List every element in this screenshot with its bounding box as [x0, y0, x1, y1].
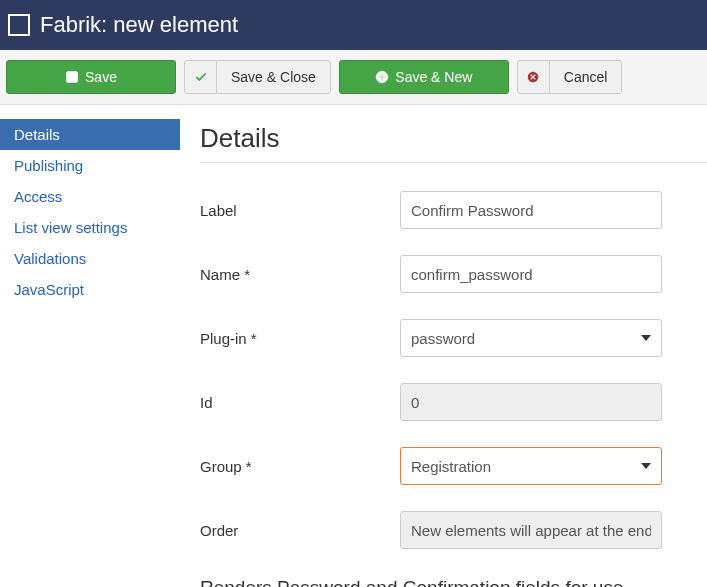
sidebar-item-access[interactable]: Access — [0, 181, 180, 212]
save-new-label: Save & New — [395, 69, 472, 85]
cancel-button[interactable]: Cancel — [517, 60, 623, 94]
row-order: Order — [200, 511, 707, 549]
cancel-label: Cancel — [549, 60, 623, 94]
sidebar-item-list-view-settings[interactable]: List view settings — [0, 212, 180, 243]
name-input[interactable] — [400, 255, 662, 293]
app-icon — [8, 14, 30, 36]
plugin-select[interactable]: password — [400, 319, 662, 357]
plus-circle-icon — [375, 70, 389, 84]
save-close-button[interactable]: Save & Close — [184, 60, 331, 94]
save-label: Save — [85, 69, 117, 85]
save-close-label: Save & Close — [216, 60, 331, 94]
section-title: Details — [200, 123, 707, 163]
sidebar-item-validations[interactable]: Validations — [0, 243, 180, 274]
header-bar: Fabrik: new element — [0, 0, 707, 50]
label-input[interactable] — [400, 191, 662, 229]
order-input — [400, 511, 662, 549]
page-title: Fabrik: new element — [40, 12, 238, 38]
row-plugin: Plug-in * password — [200, 319, 707, 357]
label-label: Label — [200, 202, 400, 219]
close-circle-icon — [517, 60, 549, 94]
group-select[interactable]: Registration — [400, 447, 662, 485]
sidebar: Details Publishing Access List view sett… — [0, 105, 180, 587]
row-id: Id — [200, 383, 707, 421]
plugin-label: Plug-in * — [200, 330, 400, 347]
content: Details Label Name * Plug-in * password … — [180, 105, 707, 587]
row-name: Name * — [200, 255, 707, 293]
row-group: Group * Registration — [200, 447, 707, 485]
check-edit-icon — [65, 70, 79, 84]
save-new-button[interactable]: Save & New — [339, 60, 509, 94]
plugin-description: Renders Password and Confirmation fields… — [200, 577, 707, 587]
group-label: Group * — [200, 458, 400, 475]
name-label: Name * — [200, 266, 400, 283]
svg-rect-3 — [379, 76, 386, 77]
main: Details Publishing Access List view sett… — [0, 105, 707, 587]
id-input — [400, 383, 662, 421]
sidebar-item-publishing[interactable]: Publishing — [0, 150, 180, 181]
toolbar: Save Save & Close Save & New Cancel — [0, 50, 707, 105]
check-icon — [184, 60, 216, 94]
order-label: Order — [200, 522, 400, 539]
sidebar-item-javascript[interactable]: JavaScript — [0, 274, 180, 305]
id-label: Id — [200, 394, 400, 411]
row-label: Label — [200, 191, 707, 229]
save-button[interactable]: Save — [6, 60, 176, 94]
sidebar-item-details[interactable]: Details — [0, 119, 180, 150]
